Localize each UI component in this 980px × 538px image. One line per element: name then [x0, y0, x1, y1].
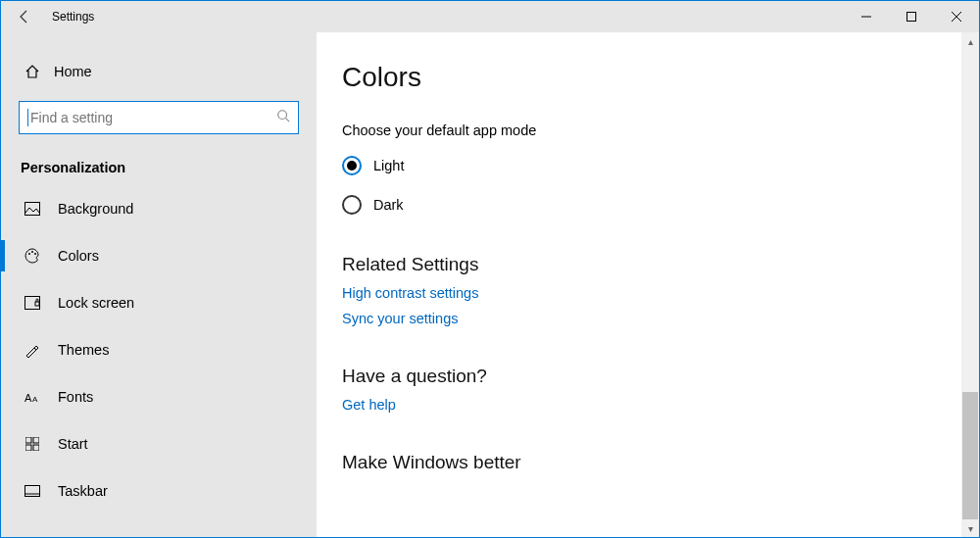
- home-label: Home: [54, 64, 92, 79]
- radio-icon: [342, 156, 362, 175]
- search-box[interactable]: [19, 101, 299, 134]
- svg-rect-16: [25, 445, 31, 451]
- svg-rect-1: [907, 13, 916, 22]
- picture-icon: [23, 202, 42, 216]
- scroll-thumb[interactable]: [962, 392, 978, 519]
- svg-line-3: [952, 12, 961, 22]
- sidebar: Home Personalization Background Colors L…: [1, 32, 317, 537]
- page-title: Colors: [342, 62, 961, 93]
- category-title: Personalization: [21, 160, 317, 175]
- svg-point-7: [28, 253, 30, 255]
- svg-point-8: [31, 251, 33, 253]
- svg-rect-11: [35, 302, 39, 306]
- window-title: Settings: [52, 10, 94, 24]
- related-settings-heading: Related Settings: [342, 254, 961, 275]
- back-button[interactable]: [1, 1, 48, 32]
- lock-screen-icon: [23, 296, 42, 310]
- sidebar-item-label: Lock screen: [58, 295, 134, 311]
- svg-rect-14: [25, 437, 31, 443]
- sidebar-item-label: Background: [58, 201, 133, 217]
- svg-line-5: [286, 119, 290, 122]
- scroll-down-button[interactable]: ▾: [961, 519, 979, 537]
- sidebar-item-colors[interactable]: Colors: [1, 232, 317, 279]
- minimize-button[interactable]: [844, 1, 889, 32]
- radio-label: Dark: [373, 197, 404, 213]
- svg-text:A: A: [32, 395, 38, 404]
- search-input[interactable]: [30, 110, 276, 125]
- radio-light[interactable]: Light: [342, 156, 961, 175]
- text-cursor: [27, 109, 28, 126]
- sidebar-item-label: Colors: [58, 248, 99, 264]
- themes-icon: [23, 342, 42, 358]
- scrollbar[interactable]: ▴ ▾: [961, 32, 979, 537]
- make-better-heading: Make Windows better: [342, 452, 961, 473]
- radio-dark[interactable]: Dark: [342, 195, 961, 215]
- svg-rect-18: [25, 486, 40, 497]
- question-heading: Have a question?: [342, 366, 961, 387]
- close-button[interactable]: [934, 1, 979, 32]
- home-button[interactable]: Home: [1, 54, 317, 89]
- home-icon: [23, 64, 42, 79]
- radio-label: Light: [373, 158, 404, 173]
- link-sync-settings[interactable]: Sync your settings: [342, 311, 961, 326]
- titlebar: Settings: [1, 1, 979, 32]
- svg-line-2: [952, 12, 961, 22]
- svg-rect-6: [25, 203, 40, 216]
- sidebar-item-fonts[interactable]: AA Fonts: [1, 373, 317, 420]
- sidebar-item-label: Taskbar: [58, 483, 108, 499]
- sidebar-item-label: Start: [58, 436, 88, 452]
- svg-rect-17: [33, 445, 39, 451]
- scroll-track[interactable]: [961, 50, 979, 519]
- svg-text:A: A: [24, 392, 32, 404]
- svg-rect-10: [25, 297, 40, 310]
- sidebar-item-taskbar[interactable]: Taskbar: [1, 467, 317, 514]
- sidebar-item-lock-screen[interactable]: Lock screen: [1, 279, 317, 326]
- app-mode-label: Choose your default app mode: [342, 122, 961, 138]
- svg-point-9: [34, 253, 36, 255]
- link-high-contrast[interactable]: High contrast settings: [342, 285, 961, 301]
- scroll-up-button[interactable]: ▴: [961, 32, 979, 50]
- sidebar-item-label: Fonts: [58, 389, 93, 405]
- sidebar-item-label: Themes: [58, 342, 109, 358]
- sidebar-item-background[interactable]: Background: [1, 185, 317, 232]
- radio-icon: [342, 195, 362, 215]
- link-get-help[interactable]: Get help: [342, 397, 961, 413]
- fonts-icon: AA: [23, 390, 42, 404]
- main-content: Colors Choose your default app mode Ligh…: [317, 32, 979, 537]
- sidebar-item-themes[interactable]: Themes: [1, 326, 317, 373]
- search-icon: [276, 109, 290, 126]
- maximize-button[interactable]: [889, 1, 934, 32]
- taskbar-icon: [23, 485, 42, 497]
- palette-icon: [23, 248, 42, 264]
- svg-rect-15: [33, 437, 39, 443]
- svg-point-4: [278, 111, 287, 120]
- start-icon: [23, 437, 42, 451]
- sidebar-item-start[interactable]: Start: [1, 420, 317, 467]
